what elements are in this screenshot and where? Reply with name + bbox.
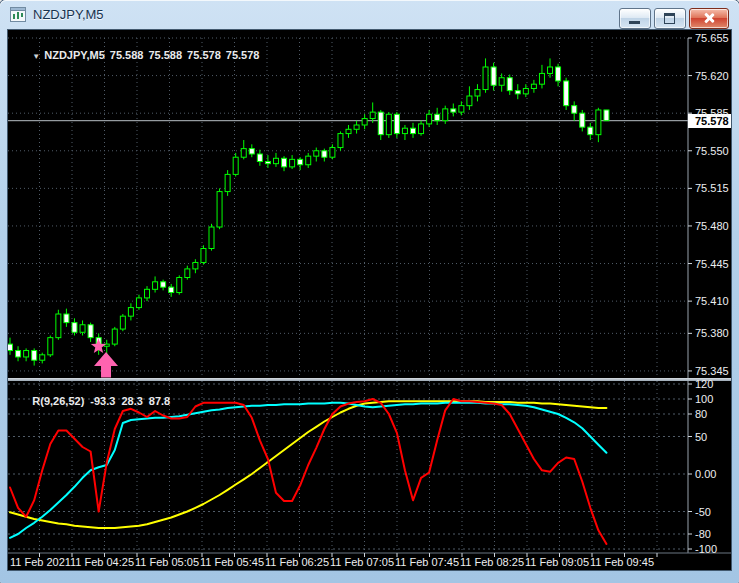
indicator-scale-label: 120	[695, 378, 713, 390]
bull-candle	[112, 329, 117, 344]
indicator-value-r9: -93.3	[90, 395, 115, 407]
bull-candle	[290, 159, 295, 167]
bear-candle	[32, 351, 37, 361]
time-label: 11 Feb 05:45	[200, 556, 264, 568]
bear-candle	[257, 154, 262, 162]
bull-candle	[193, 262, 198, 268]
bull-candle	[443, 109, 448, 121]
header-open: 75.588	[110, 49, 144, 61]
indicator-value-r52: 87.8	[149, 395, 170, 407]
bear-candle	[580, 113, 585, 127]
bear-candle	[282, 158, 287, 167]
bear-candle	[265, 162, 270, 164]
maximize-button[interactable]	[654, 8, 686, 29]
indicator-scale-label: 50	[695, 431, 707, 443]
indicator-header: R(9,26,52)-93.328.387.8	[14, 383, 176, 419]
indicator-value-r26: 28.3	[121, 395, 142, 407]
price-label: 75.620	[695, 70, 729, 82]
symbol-dropdown-icon[interactable]: ▼	[32, 52, 40, 61]
bear-candle	[435, 114, 440, 120]
header-close: 75.578	[226, 49, 260, 61]
price-label: 75.445	[695, 258, 729, 270]
price-axis[interactable]	[688, 30, 731, 378]
window-titlebar[interactable]: NZDJPY,M5	[0, 0, 739, 30]
bull-candle	[314, 151, 319, 156]
bull-candle	[330, 148, 335, 158]
header-high: 75.588	[148, 49, 182, 61]
bull-candle	[427, 114, 432, 124]
bear-candle	[394, 114, 399, 133]
chart-client-area: ▼NZDJPY,M575.58875.58875.57875.578 R(9,2…	[8, 30, 731, 570]
symbol-ohlc-header: ▼NZDJPY,M575.58875.58875.57875.578	[14, 37, 264, 73]
time-label: 11 Feb 07:45	[395, 556, 459, 568]
close-button[interactable]	[689, 8, 729, 29]
pane-resizer[interactable]	[8, 378, 731, 381]
price-label: 75.515	[695, 182, 729, 194]
bull-candle	[233, 157, 238, 174]
bear-candle	[588, 127, 593, 135]
time-label: 11 Feb 09:45	[590, 556, 654, 568]
bull-candle	[338, 134, 343, 148]
bear-candle	[161, 282, 166, 287]
bear-candle	[572, 106, 577, 114]
bull-candle	[596, 110, 601, 135]
indicator-scale-label: 100	[695, 393, 713, 405]
bull-candle	[209, 227, 214, 248]
bull-candle	[548, 67, 553, 73]
bull-candle	[419, 124, 424, 134]
bull-candle	[217, 192, 222, 227]
bull-candle	[40, 355, 45, 360]
bear-candle	[491, 67, 496, 85]
oscillator-line-r26	[10, 403, 606, 538]
time-label: 11 Feb 08:25	[460, 556, 524, 568]
price-label: 75.410	[695, 295, 729, 307]
time-label: 11 Feb 09:05	[525, 556, 589, 568]
chart-window: NZDJPY,M5 ▼NZDJPY,M575.58875.58875.57875…	[0, 0, 739, 583]
buy-arrow-icon	[94, 352, 118, 378]
bear-candle	[451, 109, 456, 112]
bull-candle	[128, 308, 133, 317]
price-label: 75.550	[695, 145, 729, 157]
price-label: 75.380	[695, 327, 729, 339]
bull-candle	[362, 119, 367, 125]
bear-candle	[88, 325, 93, 338]
bull-candle	[273, 158, 278, 163]
indicator-name: R(9,26,52)	[32, 395, 84, 407]
header-low: 75.578	[187, 49, 221, 61]
window-title: NZDJPY,M5	[33, 7, 104, 22]
minimize-icon	[629, 21, 640, 24]
time-label: 11 Feb 2021	[10, 556, 71, 568]
bull-candle	[145, 289, 150, 298]
bull-candle	[153, 282, 158, 290]
bear-candle	[604, 110, 609, 121]
bull-candle	[483, 67, 488, 90]
indicator-scale-label: -50	[695, 506, 711, 518]
bull-candle	[475, 90, 480, 96]
price-label: 75.480	[695, 220, 729, 232]
bull-candle	[499, 78, 504, 86]
bear-candle	[169, 287, 174, 292]
time-label: 11 Feb 04:25	[70, 556, 134, 568]
bull-candle	[306, 156, 311, 165]
bear-candle	[72, 323, 77, 333]
bull-candle	[370, 112, 375, 118]
bull-candle	[539, 73, 544, 84]
bear-candle	[16, 351, 21, 357]
bear-candle	[515, 91, 520, 94]
bull-candle	[80, 325, 85, 333]
minimize-button[interactable]	[619, 8, 651, 29]
bull-candle	[201, 249, 206, 263]
bull-candle	[120, 316, 125, 329]
bear-candle	[8, 344, 13, 350]
bear-candle	[556, 67, 561, 81]
bull-candle	[241, 149, 246, 158]
bull-candle	[354, 125, 359, 129]
chart-canvas[interactable]	[8, 30, 731, 570]
close-icon	[703, 12, 715, 24]
indicator-scale-label: -80	[695, 528, 711, 540]
bull-candle	[56, 314, 61, 338]
bear-candle	[378, 112, 383, 135]
time-label: 11 Feb 07:05	[330, 556, 394, 568]
price-label: 75.345	[695, 365, 729, 377]
oscillator-line-r9	[10, 399, 606, 544]
